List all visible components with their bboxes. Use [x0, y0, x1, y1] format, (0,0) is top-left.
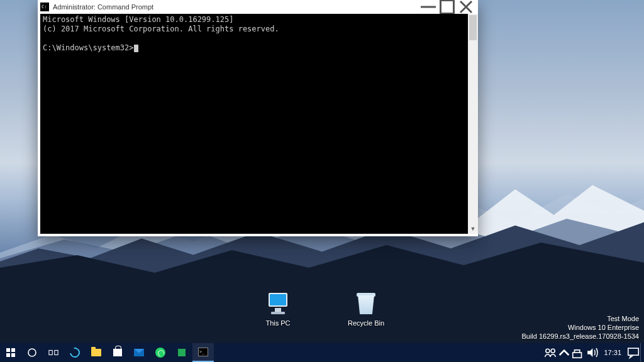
taskbar-app-mail[interactable]	[128, 343, 150, 362]
titlebar[interactable]: Administrator: Command Prompt	[38, 0, 478, 14]
console-line: Microsoft Windows [Version 10.0.16299.12…	[43, 15, 233, 24]
desktop-icon-this-pc[interactable]: This PC	[254, 290, 302, 327]
cursor-caret	[134, 45, 138, 52]
taskbar-clock[interactable]: 17:31	[599, 349, 626, 356]
svg-rect-12	[628, 348, 639, 355]
edge-icon	[68, 346, 82, 359]
recycle-bin-icon	[353, 290, 379, 317]
svg-rect-11	[573, 353, 582, 358]
mail-icon	[134, 349, 144, 356]
watermark-line: Windows 10 Enterprise	[521, 323, 639, 332]
taskbar-app-edge[interactable]	[64, 343, 86, 362]
scroll-down-arrow-icon[interactable]: ▼	[468, 224, 478, 234]
action-center-icon[interactable]	[626, 343, 640, 362]
watermark-line: Test Mode	[521, 314, 639, 323]
svg-rect-2	[11, 348, 15, 352]
taskbar-app-file-explorer[interactable]	[86, 343, 107, 362]
maximize-button[interactable]	[438, 0, 457, 14]
svg-point-10	[552, 349, 555, 353]
taskbar-app-generic[interactable]	[171, 343, 192, 362]
icon-label: Recycle Bin	[342, 319, 390, 327]
store-icon	[113, 349, 122, 356]
scroll-thumb[interactable]	[469, 15, 477, 40]
tray-volume-icon[interactable]	[585, 343, 599, 362]
taskbar-app-whatsapp[interactable]	[150, 343, 171, 362]
tray-overflow-icon[interactable]	[557, 343, 571, 362]
svg-rect-6	[49, 350, 52, 354]
desktop[interactable]: Administrator: Command Prompt Microsoft …	[0, 0, 644, 362]
command-prompt-window[interactable]: Administrator: Command Prompt Microsoft …	[38, 0, 478, 236]
console-prompt: C:\Windows\system32>	[43, 43, 134, 52]
show-desktop-button[interactable]	[640, 343, 644, 362]
close-button[interactable]	[457, 0, 475, 14]
svg-rect-4	[11, 353, 15, 357]
svg-rect-0	[441, 1, 454, 14]
folder-icon	[91, 349, 101, 356]
svg-rect-3	[6, 353, 10, 357]
system-tray[interactable]: 17:31	[543, 343, 644, 362]
this-pc-icon	[265, 290, 291, 317]
taskbar-app-store[interactable]	[107, 343, 128, 362]
watermark-line: Build 16299.rs3_release.170928-1534	[521, 332, 639, 341]
window-title: Administrator: Command Prompt	[53, 3, 419, 11]
svg-point-5	[28, 349, 36, 356]
svg-rect-8	[178, 349, 186, 356]
minimize-button[interactable]	[419, 0, 438, 14]
desktop-watermark: Test Mode Windows 10 Enterprise Build 16…	[521, 314, 639, 341]
taskbar-app-cmd[interactable]: >_	[192, 343, 214, 362]
icon-label: This PC	[254, 319, 302, 327]
console-area[interactable]: Microsoft Windows [Version 10.0.16299.12…	[40, 14, 468, 234]
task-view-icon	[48, 348, 58, 358]
console-line: (c) 2017 Microsoft Corporation. All righ…	[43, 25, 279, 33]
taskbar[interactable]: >_ 17:31	[0, 343, 644, 362]
app-icon	[177, 348, 187, 358]
cmd-title-icon	[40, 3, 49, 11]
task-view-button[interactable]	[43, 343, 64, 362]
whatsapp-icon	[155, 348, 165, 358]
windows-logo-icon	[6, 348, 16, 358]
desktop-icon-recycle-bin[interactable]: Recycle Bin	[342, 290, 390, 327]
tray-network-icon[interactable]	[571, 343, 585, 362]
cmd-icon: >_	[198, 348, 208, 356]
scrollbar[interactable]: ▲ ▼	[468, 14, 478, 234]
svg-rect-7	[55, 350, 58, 354]
svg-rect-1	[6, 348, 10, 352]
cortana-icon	[27, 348, 37, 358]
svg-point-9	[546, 349, 550, 353]
start-button[interactable]	[0, 343, 21, 362]
cortana-button[interactable]	[21, 343, 43, 362]
tray-people-icon[interactable]	[543, 343, 557, 362]
